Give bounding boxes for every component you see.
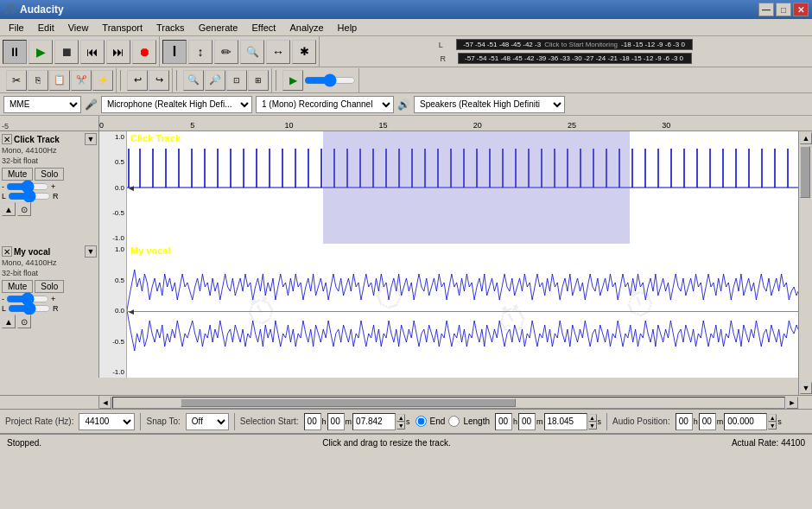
mute-button-1[interactable]: Mute xyxy=(2,168,33,181)
track-name-click[interactable]: Click Track xyxy=(14,135,83,144)
pos-s[interactable]: 00.000 xyxy=(724,413,767,430)
snap-select[interactable]: Off xyxy=(186,413,229,430)
end-radio[interactable] xyxy=(416,416,427,427)
track-wave-1[interactable]: 1.0 0.5 0.0 -0.5 -1.0 Click Track xyxy=(99,131,798,244)
sel-end-m[interactable]: 00 xyxy=(518,413,536,430)
solo-button-1[interactable]: Solo xyxy=(35,168,64,181)
track-info-line2: 32-bit float xyxy=(2,156,97,167)
timeshift-tool[interactable]: ↔ xyxy=(266,40,290,64)
close-button[interactable]: ✕ xyxy=(793,3,809,16)
select-tool[interactable]: I xyxy=(162,40,187,64)
minimize-button[interactable]: — xyxy=(758,3,774,16)
sel-start-down[interactable]: ▼ xyxy=(396,422,405,429)
sel-start-m[interactable]: 00 xyxy=(327,413,345,430)
pos-m[interactable]: 00 xyxy=(699,413,716,430)
sel-end-up[interactable]: ▲ xyxy=(588,414,597,422)
skip-start-button[interactable]: ⏮ xyxy=(80,40,105,64)
vscroll-thumb[interactable] xyxy=(800,146,810,198)
sel-end-h[interactable]: 00 xyxy=(495,413,512,430)
hscroll-left-button[interactable]: ◄ xyxy=(99,397,111,409)
track-vocal: ✕ My vocal ▼ Mono, 44100Hz 32-bit float … xyxy=(0,244,798,378)
menu-help[interactable]: Help xyxy=(331,21,365,35)
skip-end-button[interactable]: ⏭ xyxy=(106,40,130,64)
zoom-in-button[interactable]: 🔍 xyxy=(183,70,204,91)
silence-button[interactable]: ⚡ xyxy=(92,70,113,91)
microphone-select[interactable]: Microphone (Realtek High Defi... xyxy=(101,96,252,113)
maximize-button[interactable]: □ xyxy=(776,3,791,16)
pos-up[interactable]: ▲ xyxy=(768,414,777,422)
mono-stereo-button-2[interactable]: ⊙ xyxy=(17,315,31,328)
track-scroll-arrow-2[interactable]: ◄ xyxy=(127,306,136,315)
menu-generate[interactable]: Generate xyxy=(192,21,245,35)
play-at-speed-button[interactable]: ▶ xyxy=(282,70,303,91)
record-button[interactable]: ⏺ xyxy=(132,40,156,64)
start-monitoring-button[interactable]: -57 -54 -51 -48 -45 -42 -3 Click to Star… xyxy=(458,41,690,48)
zoom-out-button[interactable]: 🔎 xyxy=(205,70,225,91)
pan-slider-1[interactable] xyxy=(8,192,51,200)
track-close-button[interactable]: ✕ xyxy=(2,134,12,144)
pos-h[interactable]: 00 xyxy=(676,413,693,430)
channel-select[interactable]: 1 (Mono) Recording Channel xyxy=(256,96,394,113)
sel-end-down[interactable]: ▼ xyxy=(588,422,597,429)
edit-group1: ✂ ⎘ 📋 ✂️ ⚡ xyxy=(3,68,117,92)
vu-meter-l[interactable]: -57 -54 -51 -48 -45 -42 -3 Click to Star… xyxy=(456,39,693,50)
api-select[interactable]: MME xyxy=(3,96,81,113)
track-menu-button[interactable]: ▼ xyxy=(85,133,97,145)
cut-button[interactable]: ✂ xyxy=(6,70,27,91)
project-rate-select[interactable]: 44100 xyxy=(79,413,135,430)
zoom-tool[interactable]: 🔍 xyxy=(240,40,264,64)
length-radio[interactable] xyxy=(448,416,460,427)
menu-transport[interactable]: Transport xyxy=(95,21,149,35)
sel-start-s[interactable]: 07.842 xyxy=(352,413,396,430)
main-area: ✕ Click Track ▼ Mono, 44100Hz 32-bit flo… xyxy=(0,131,812,395)
copy-button[interactable]: ⎘ xyxy=(28,70,48,91)
hscroll-thumb[interactable] xyxy=(181,398,517,407)
timeline-inner[interactable]: 0 5 10 15 20 25 30 xyxy=(99,116,798,130)
track-name-vocal[interactable]: My vocal xyxy=(14,247,83,257)
bottom-panel: Project Rate (Hz): 44100 Snap To: Off Se… xyxy=(0,409,812,454)
menu-tracks[interactable]: Tracks xyxy=(149,21,192,35)
mono-stereo-button-1[interactable]: ⊙ xyxy=(17,202,31,216)
speed-slider[interactable] xyxy=(304,73,356,87)
vscroll-up-button[interactable]: ▲ xyxy=(800,132,812,144)
play-button[interactable]: ▶ xyxy=(29,40,53,64)
selection-start-input: 00 h 00 m 07.842 ▲ ▼ s xyxy=(304,413,410,430)
track-scroll-arrow-1[interactable]: ◄ xyxy=(127,183,136,193)
collapse-button-1[interactable]: ▲ xyxy=(2,202,16,216)
speaker-select[interactable]: Speakers (Realtek High Definiti xyxy=(414,96,565,113)
sel-start-h[interactable]: 00 xyxy=(304,413,321,430)
track-menu-button-2[interactable]: ▼ xyxy=(85,245,97,258)
undo-button[interactable]: ↩ xyxy=(127,70,148,91)
menu-edit[interactable]: Edit xyxy=(31,21,61,35)
menu-analyze[interactable]: Analyze xyxy=(282,21,330,35)
vscroll-track xyxy=(800,146,811,380)
pan-slider-2[interactable] xyxy=(8,304,51,313)
collapse-button-2[interactable]: ▲ xyxy=(2,315,16,328)
sel-start-up[interactable]: ▲ xyxy=(396,414,405,422)
zoom-sel-button[interactable]: ⊡ xyxy=(226,70,247,91)
sel-end-s[interactable]: 18.045 xyxy=(544,413,587,430)
redo-button[interactable]: ↪ xyxy=(149,70,169,91)
paste-button[interactable]: 📋 xyxy=(49,70,70,91)
menu-effect[interactable]: Effect xyxy=(245,21,283,35)
hscroll-right-button[interactable]: ► xyxy=(786,397,798,409)
stop-button[interactable]: ⏹ xyxy=(54,40,79,64)
menu-file[interactable]: File xyxy=(2,21,31,35)
zoom-fit-button[interactable]: ⊞ xyxy=(248,70,269,91)
trim-button[interactable]: ✂️ xyxy=(71,70,92,91)
multi-tool[interactable]: ✱ xyxy=(292,40,316,64)
vu-meter-r[interactable]: -57 -54 -51 -48 -45 -42 -39 -36 -33 -30 … xyxy=(458,53,691,64)
track-wave-2[interactable]: 1.0 0.5 0.0 -0.5 -1.0 My vocal xyxy=(99,244,798,378)
solo-button-2[interactable]: Solo xyxy=(35,280,64,293)
vu-row-r: R -57 -54 -51 -48 -45 -42 -39 -36 -33 -3… xyxy=(440,52,691,65)
pause-button[interactable]: ⏸ xyxy=(3,40,27,64)
track-close-button-2[interactable]: ✕ xyxy=(2,246,12,257)
menu-view[interactable]: View xyxy=(61,21,96,35)
draw-tool[interactable]: ✏ xyxy=(214,40,238,64)
pos-down[interactable]: ▼ xyxy=(768,422,777,429)
mute-button-2[interactable]: Mute xyxy=(2,280,33,293)
vscroll-down-button[interactable]: ▼ xyxy=(800,382,812,394)
envelope-tool[interactable]: ↕ xyxy=(188,40,213,64)
sel-end-h-lbl: h xyxy=(513,417,517,426)
sel-end-m-lbl: m xyxy=(536,417,543,426)
